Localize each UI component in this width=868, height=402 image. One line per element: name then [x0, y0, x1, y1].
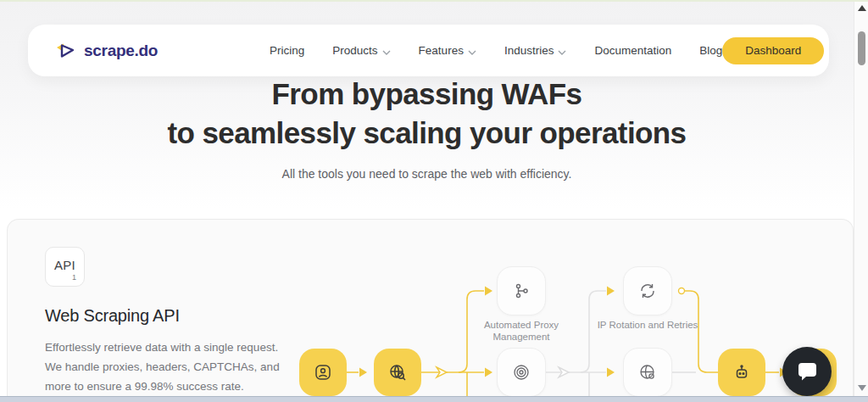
- nav-item-label: Industries: [504, 44, 554, 57]
- user-scan-icon: [313, 362, 333, 382]
- proxy-network-icon: [511, 281, 531, 301]
- target-icon: [511, 362, 531, 382]
- hero-heading: From bypassing WAFs to seamlessly scalin…: [0, 75, 854, 153]
- globe-route-icon: [637, 362, 658, 382]
- web-search-icon: [387, 362, 408, 382]
- api-badge-text: API: [54, 258, 75, 272]
- feature-description: Effortlessly retrieve data with a single…: [45, 338, 280, 396]
- nav-item-pricing[interactable]: Pricing: [270, 44, 304, 57]
- navbar: scrape.do Pricing Products Features Indu…: [28, 25, 829, 76]
- hero-heading-line2: to seamlessly scaling your operations: [0, 114, 854, 153]
- flow-node-target: [497, 348, 546, 397]
- dashboard-button[interactable]: Dashboard: [722, 37, 824, 64]
- api-badge-sub: 1: [72, 273, 76, 282]
- nav-item-label: Products: [332, 44, 377, 57]
- page-viewport: scrape.do Pricing Products Features Indu…: [0, 0, 868, 402]
- scrollbar-down-arrow[interactable]: [858, 385, 866, 391]
- hero-heading-line1: From bypassing WAFs: [0, 75, 854, 114]
- flow-label-line: Automated Proxy: [462, 319, 581, 331]
- scrollbar[interactable]: [854, 0, 868, 396]
- top-accent-line: [0, 0, 868, 2]
- chevron-down-icon: [382, 45, 391, 58]
- chevron-down-icon: [558, 45, 566, 58]
- chat-launcher-button[interactable]: [782, 347, 832, 396]
- flow-label-ip-rotation: IP Rotation and Retries: [580, 319, 715, 331]
- chevron-down-icon: [468, 45, 476, 58]
- feature-card: API 1 Web Scraping API Effortlessly retr…: [7, 219, 854, 402]
- nav-item-label: Documentation: [594, 44, 671, 57]
- scrollbar-thumb[interactable]: [858, 31, 865, 65]
- flow-node-ip-rotation: [623, 266, 672, 315]
- nav-item-documentation[interactable]: Documentation: [594, 44, 671, 57]
- api-badge: API 1: [45, 247, 85, 287]
- window-bottom-edge: [0, 396, 868, 402]
- feature-title: Web Scraping API: [45, 306, 180, 326]
- nav-menu: Pricing Products Features Industries Doc…: [270, 43, 722, 58]
- flow-node-user: [299, 349, 347, 396]
- nav-item-blog[interactable]: Blog: [699, 44, 722, 57]
- scrollbar-up-arrow[interactable]: [858, 5, 866, 11]
- ip-rotation-icon: [637, 281, 658, 301]
- nav-item-label: Pricing: [270, 44, 304, 57]
- nav-item-products[interactable]: Products: [332, 43, 390, 58]
- flow-node-proxy-management: [497, 266, 546, 315]
- feature-description-line: We handle proxies, headers, CAPTCHAs, an…: [45, 357, 280, 377]
- flow-label-line: Management: [462, 331, 581, 343]
- hero-subtitle: All the tools you need to scrape the web…: [0, 167, 854, 181]
- flow-node-web-search: [374, 349, 421, 396]
- chat-bubble-icon: [795, 360, 819, 382]
- flow-node-globe-route: [623, 348, 672, 397]
- flow-node-robot: [718, 349, 765, 396]
- nav-item-label: Blog: [699, 44, 722, 57]
- logo-mark-icon: [55, 41, 77, 61]
- robot-icon: [732, 362, 752, 382]
- feature-description-line: more to ensure a 99.98% success rate.: [45, 377, 280, 396]
- logo[interactable]: scrape.do: [55, 41, 158, 61]
- nav-item-industries[interactable]: Industries: [504, 43, 567, 58]
- logo-text: scrape.do: [84, 42, 158, 60]
- flow-label-proxy-management: Automated Proxy Management: [462, 319, 581, 343]
- feature-description-line: Effortlessly retrieve data with a single…: [45, 338, 280, 357]
- nav-item-label: Features: [419, 44, 464, 57]
- nav-item-features[interactable]: Features: [419, 43, 476, 58]
